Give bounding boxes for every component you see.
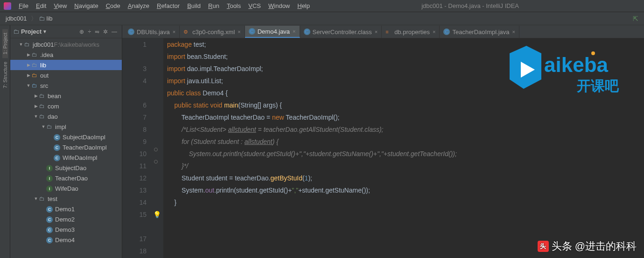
project-tree[interactable]: ▼🗀jdbc001 F:\kaikeba\works▶🗀.idea▶🗀lib▶🗀…	[10, 38, 122, 258]
tree-item-src[interactable]: ▼🗀src	[10, 80, 122, 91]
breadcrumb-root[interactable]: jdbc001	[6, 15, 27, 22]
tree-item-demo3[interactable]: CDemo3	[10, 224, 122, 235]
hint-icon	[154, 160, 158, 164]
target-icon[interactable]: ⊕	[79, 29, 84, 35]
editor-body[interactable]: 134678▶9▶1011121314151718 💡 package test…	[122, 38, 644, 258]
project-panel: 🗀 Project ▼ ⊕ ÷ ⥧ ✲ — ▼🗀jdbc001 F:\kaike…	[10, 25, 122, 258]
gutter-icons: 💡	[150, 38, 163, 258]
tree-item-wifedao[interactable]: IWifeDao	[10, 183, 122, 194]
breadcrumb-folder[interactable]: 🗀 lib	[39, 15, 53, 22]
menu-navigate[interactable]: Navigate	[70, 2, 102, 9]
app-icon	[4, 2, 11, 10]
tree-item-lib[interactable]: ▶🗀lib	[10, 60, 122, 70]
tree-item-teacherdaoimpl[interactable]: CTeacherDaoImpl	[10, 142, 122, 152]
menu-vcs[interactable]: VCS	[245, 2, 265, 9]
sort-icon[interactable]: ÷	[88, 29, 91, 35]
menu-code[interactable]: Code	[102, 2, 124, 9]
gear-icon[interactable]: ✲	[103, 29, 108, 35]
tab-teacherdaoimpl-java[interactable]: CTeacherDaoImpl.java×	[440, 26, 519, 38]
menu-file[interactable]: File	[15, 2, 32, 9]
tree-item--idea[interactable]: ▶🗀.idea	[10, 50, 122, 60]
project-tool-tab[interactable]: 1: Project	[2, 29, 8, 58]
tree-item-jdbc001[interactable]: ▼🗀jdbc001 F:\kaikeba\works	[10, 39, 122, 50]
hide-icon[interactable]: —	[112, 29, 117, 35]
tree-item-com[interactable]: ▶🗀com	[10, 101, 122, 111]
editor-area: CDBUtils.java×⚙c3p0-config.xml×CDemo4.ja…	[122, 25, 644, 258]
close-icon[interactable]: ×	[293, 29, 295, 34]
tree-item-demo1[interactable]: CDemo1	[10, 204, 122, 214]
menu-view[interactable]: View	[50, 2, 70, 9]
build-icon[interactable]: ⇱	[633, 15, 638, 22]
close-icon[interactable]: ×	[238, 29, 240, 35]
window-title: jdbc001 - Demo4.java - IntelliJ IDEA	[421, 2, 519, 9]
tree-item-out[interactable]: ▶🗀out	[10, 70, 122, 80]
tool-window-gutter: 1: Project 7: Structure	[0, 25, 10, 258]
tree-item-subjectdaoimpl[interactable]: CSubjectDaoImpl	[10, 132, 122, 142]
structure-tool-tab[interactable]: 7: Structure	[2, 58, 8, 92]
tree-item-demo4[interactable]: CDemo4	[10, 235, 122, 245]
line-gutter: 134678▶9▶1011121314151718	[122, 38, 150, 258]
tab-servercontroller-class[interactable]: CServerController.class×	[300, 26, 382, 38]
hint-icon	[154, 148, 158, 151]
folder-icon: 🗀	[13, 28, 19, 35]
close-icon[interactable]: ×	[173, 29, 175, 35]
breadcrumb: jdbc001 〉 🗀 lib ⇱	[0, 12, 644, 25]
menu-help[interactable]: Help	[294, 2, 314, 9]
menu-analyze[interactable]: Analyze	[124, 2, 153, 9]
tab-dbutils-java[interactable]: CDBUtils.java×	[124, 26, 180, 38]
tab-demo4-java[interactable]: CDemo4.java×	[245, 26, 300, 38]
menu-refactor[interactable]: Refactor	[153, 2, 183, 9]
folder-icon: 🗀	[39, 15, 45, 22]
tab-db-properties[interactable]: ≡db.properties×	[382, 26, 440, 38]
tree-item-demo2[interactable]: CDemo2	[10, 214, 122, 224]
tree-item-subjectdao[interactable]: ISubjectDao	[10, 163, 122, 173]
collapse-icon[interactable]: ⥧	[95, 29, 99, 35]
menu-build[interactable]: Build	[183, 2, 204, 9]
tree-item-teacherdao[interactable]: ITeacherDao	[10, 173, 122, 183]
tree-item-dao[interactable]: ▼🗀dao	[10, 111, 122, 122]
tree-item-bean[interactable]: ▶🗀bean	[10, 91, 122, 101]
breadcrumb-sep-icon: 〉	[31, 14, 37, 23]
close-icon[interactable]: ×	[433, 29, 435, 35]
chevron-down-icon[interactable]: ▼	[42, 29, 47, 34]
menu-edit[interactable]: Edit	[32, 2, 50, 9]
menubar: FileEditViewNavigateCodeAnalyzeRefactorB…	[0, 0, 644, 12]
project-panel-header: 🗀 Project ▼ ⊕ ÷ ⥧ ✲ —	[10, 25, 122, 38]
project-panel-title: Project	[21, 28, 42, 35]
menu-window[interactable]: Window	[265, 2, 294, 9]
tree-item-wifedaoimpl[interactable]: CWifeDaoImpl	[10, 152, 122, 163]
tree-item-impl[interactable]: ▼🗀impl	[10, 122, 122, 132]
close-icon[interactable]: ×	[375, 29, 378, 35]
menu-tools[interactable]: Tools	[223, 2, 245, 9]
bulb-icon[interactable]: 💡	[153, 208, 161, 221]
code-content[interactable]: package test;import bean.Student;import …	[163, 38, 644, 258]
close-icon[interactable]: ×	[512, 29, 515, 35]
menu-run[interactable]: Run	[204, 2, 223, 9]
tree-item-test[interactable]: ▼🗀test	[10, 194, 122, 204]
editor-tabs: CDBUtils.java×⚙c3p0-config.xml×CDemo4.ja…	[122, 25, 644, 38]
tab-c3p0-config-xml[interactable]: ⚙c3p0-config.xml×	[180, 26, 245, 38]
